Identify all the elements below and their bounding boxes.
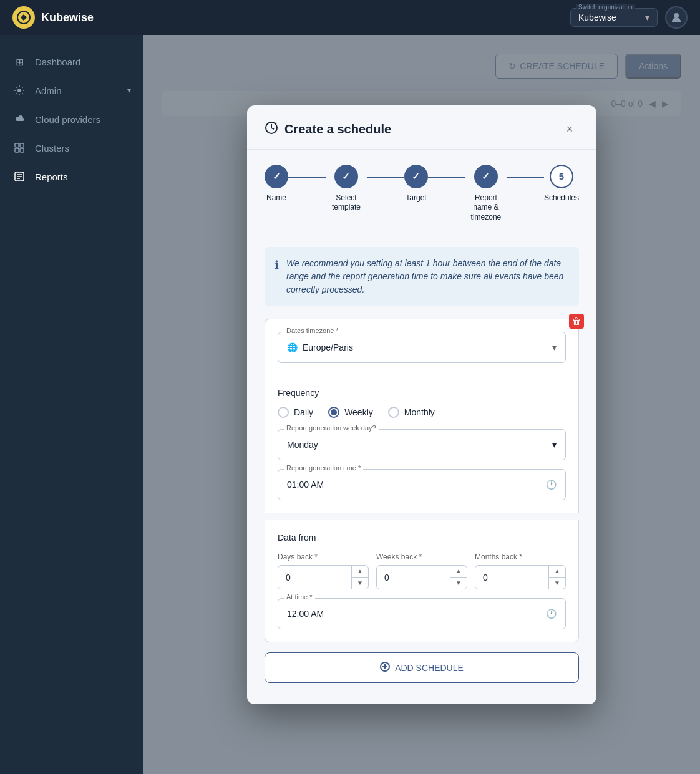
- info-box: ℹ We recommend you setting at least 1 ho…: [265, 247, 579, 306]
- step-5-circle: 5: [550, 165, 573, 188]
- data-from-title: Data from: [278, 533, 566, 543]
- week-day-label: Report generation week day?: [284, 424, 379, 432]
- months-back-value[interactable]: 0: [475, 566, 548, 589]
- months-back-down[interactable]: ▼: [549, 578, 565, 589]
- step-5-number: 5: [559, 171, 564, 181]
- week-day-arrow: ▾: [552, 440, 557, 450]
- weeks-back-group: Weeks back * 0 ▲ ▼: [376, 553, 467, 589]
- navbar: Kubewise Switch organization Kubewise ▾: [0, 0, 700, 35]
- frequency-section: Frequency Daily: [265, 375, 579, 513]
- user-avatar[interactable]: [665, 6, 688, 29]
- modal-title-text: Create a schedule: [284, 122, 391, 137]
- days-back-arrows: ▲ ▼: [351, 566, 368, 589]
- spinners-row: Days back * 0 ▲ ▼: [278, 553, 566, 589]
- sidebar-item-cloud-providers[interactable]: Cloud providers: [0, 105, 143, 133]
- cloud-providers-icon: [12, 112, 26, 126]
- timezone-dropdown-arrow: ▾: [552, 342, 557, 352]
- schedule-icon: [265, 121, 278, 138]
- step-select-template: ✓ Select template: [326, 165, 367, 213]
- step-2-label: Select template: [326, 193, 367, 213]
- org-name: Kubewise: [578, 12, 616, 22]
- timezone-section: Dates timezone * 🌐 Europe/Paris ▾: [265, 319, 579, 375]
- modal-header: Create a schedule ×: [247, 105, 596, 150]
- app-name: Kubewise: [41, 11, 94, 24]
- modal-overlay: Create a schedule × ✓ Name ✓ Select t: [143, 35, 700, 774]
- frequency-daily[interactable]: Daily: [278, 407, 313, 418]
- gen-time-input[interactable]: 01:00 AM 🕐: [278, 469, 566, 500]
- gen-time-value: 01:00 AM: [287, 480, 324, 490]
- sidebar-label-clusters: Clusters: [35, 143, 69, 153]
- modal-close-button[interactable]: ×: [560, 120, 579, 139]
- data-from-section: Data from Days back * 0 ▲ ▼: [265, 520, 579, 642]
- at-time-input[interactable]: 12:00 AM 🕐: [278, 598, 566, 629]
- gen-time-field: Report generation time * 01:00 AM 🕐: [278, 469, 566, 500]
- step-report-name: ✓ Report name & timezone: [465, 165, 507, 223]
- week-day-select[interactable]: Monday ▾: [278, 429, 566, 460]
- weeks-back-value[interactable]: 0: [377, 566, 450, 589]
- navbar-left: Kubewise: [12, 6, 94, 29]
- admin-expand-icon: ▾: [127, 86, 131, 95]
- dashboard-icon: ⊞: [12, 55, 26, 69]
- org-dropdown-arrow: ▾: [645, 12, 649, 22]
- connector-4-5: [507, 177, 544, 178]
- admin-icon: [12, 84, 26, 97]
- svg-rect-5: [15, 148, 19, 152]
- add-schedule-button[interactable]: ADD SCHEDULE: [265, 652, 579, 683]
- weeks-back-arrows: ▲ ▼: [450, 566, 467, 589]
- at-time-label: At time *: [284, 593, 315, 601]
- clock-icon: 🕐: [546, 480, 557, 490]
- globe-icon: 🌐: [287, 342, 298, 352]
- days-back-down[interactable]: ▼: [352, 578, 368, 589]
- step-2-circle: ✓: [334, 165, 358, 188]
- weeks-back-down[interactable]: ▼: [450, 578, 467, 589]
- frequency-monthly[interactable]: Monthly: [388, 407, 435, 418]
- at-time-field: At time * 12:00 AM 🕐: [278, 598, 566, 629]
- frequency-weekly[interactable]: Weekly: [328, 407, 373, 418]
- step-1-label: Name: [266, 193, 286, 203]
- sidebar-label-dashboard: Dashboard: [35, 57, 80, 67]
- frequency-radio-group: Daily Weekly Month: [278, 407, 566, 418]
- monthly-label: Monthly: [404, 407, 435, 417]
- info-icon: ℹ: [275, 258, 279, 272]
- step-target: ✓ Target: [404, 165, 428, 203]
- svg-rect-6: [20, 148, 24, 152]
- weeks-back-label: Weeks back *: [376, 553, 467, 561]
- add-schedule-icon: [380, 662, 390, 674]
- at-time-value: 12:00 AM: [287, 609, 324, 619]
- daily-label: Daily: [294, 407, 313, 417]
- months-back-label: Months back *: [475, 553, 566, 561]
- info-text: We recommend you setting at least 1 hour…: [286, 257, 569, 296]
- months-back-arrows: ▲ ▼: [548, 566, 565, 589]
- week-day-value: Monday: [287, 440, 318, 450]
- months-back-up[interactable]: ▲: [549, 566, 565, 578]
- delete-schedule-button[interactable]: 🗑: [569, 314, 584, 329]
- stepper: ✓ Name ✓ Select template ✓ Target: [247, 150, 596, 235]
- step-3-label: Target: [406, 193, 426, 203]
- org-switcher[interactable]: Switch organization Kubewise ▾: [570, 8, 658, 27]
- step-4-label: Report name & timezone: [465, 193, 507, 223]
- svg-point-2: [17, 89, 21, 92]
- sidebar-item-reports[interactable]: Reports: [0, 162, 143, 191]
- daily-radio-outer: [278, 407, 289, 418]
- days-back-up[interactable]: ▲: [352, 566, 368, 578]
- svg-rect-3: [15, 143, 19, 147]
- months-back-field: 0 ▲ ▼: [475, 565, 566, 589]
- sidebar-item-clusters[interactable]: Clusters: [0, 133, 143, 162]
- sidebar-item-dashboard[interactable]: ⊞ Dashboard: [0, 47, 143, 76]
- frequency-title: Frequency: [278, 388, 566, 398]
- weeks-back-field: 0 ▲ ▼: [376, 565, 467, 589]
- sidebar-label-reports: Reports: [35, 172, 68, 182]
- weekly-radio-inner: [331, 409, 337, 415]
- weeks-back-up[interactable]: ▲: [450, 566, 467, 578]
- main-layout: ⊞ Dashboard Admin ▾ Cloud providers: [0, 35, 700, 774]
- sidebar-item-admin[interactable]: Admin ▾: [0, 76, 143, 105]
- days-back-label: Days back *: [278, 553, 369, 561]
- week-day-field: Report generation week day? Monday ▾: [278, 429, 566, 460]
- days-back-value[interactable]: 0: [278, 566, 351, 589]
- step-5-label: Schedules: [544, 193, 579, 203]
- days-back-field: 0 ▲ ▼: [278, 565, 369, 589]
- clusters-icon: [12, 141, 26, 155]
- timezone-select[interactable]: 🌐 Europe/Paris ▾: [278, 332, 566, 363]
- connector-1-2: [288, 177, 326, 178]
- step-name: ✓ Name: [265, 165, 288, 203]
